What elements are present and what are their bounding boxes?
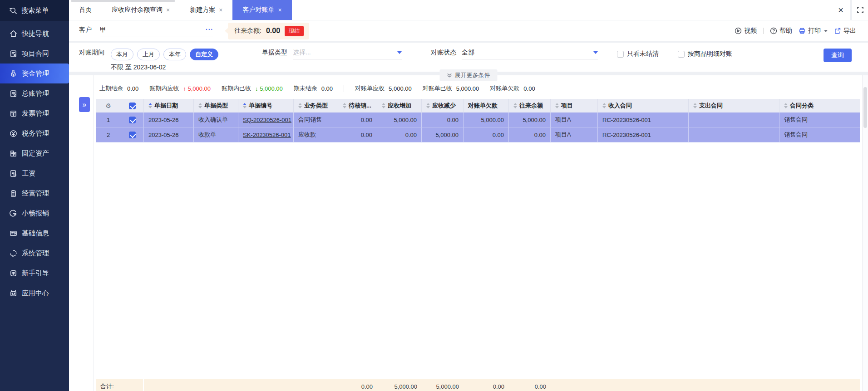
sort-icon[interactable]	[298, 103, 302, 108]
sidebar-item-base-info[interactable]: 基础信息	[0, 223, 69, 243]
print-button[interactable]: 打印	[799, 27, 828, 35]
expand-more-button[interactable]: 展开更多条件	[440, 69, 498, 81]
tab-home[interactable]: 首页	[69, 0, 102, 20]
up-arrow-icon	[183, 85, 186, 92]
sort-icon[interactable]	[555, 103, 559, 108]
select-all-cell[interactable]	[121, 99, 144, 112]
cell-balance: 5,000.00	[509, 112, 551, 127]
cell-receivable-dec: 0.00	[422, 112, 464, 127]
sort-icon[interactable]	[513, 103, 517, 108]
help-button[interactable]: 帮助	[770, 27, 792, 35]
checkbox-checked-icon[interactable]	[129, 103, 136, 109]
by-item-detail-checkbox[interactable]: 按商品明细对账	[678, 50, 732, 58]
sort-icon[interactable]	[198, 103, 202, 108]
chevron-down-icon	[397, 51, 402, 54]
sidebar-item-quick-nav[interactable]: 快捷导航	[0, 24, 69, 44]
doc-type-select[interactable]: 选择...	[293, 49, 402, 59]
sort-icon[interactable]	[382, 103, 385, 108]
sidebar-item-system[interactable]: 系统管理	[0, 243, 69, 263]
cell-receivable-inc: 0.00	[377, 127, 422, 142]
status-value: 全部	[462, 49, 474, 57]
sidebar-search-menu[interactable]: 搜索菜单	[0, 0, 69, 21]
sidebar-item-salary[interactable]: 工资	[0, 163, 69, 183]
cell-contract-category: 销售合同	[779, 112, 860, 127]
query-button[interactable]: 查询	[824, 49, 852, 62]
sidebar-item-funds[interactable]: 资金管理	[0, 64, 69, 83]
period-range-value[interactable]: 不限 至 2023-06-02	[111, 64, 218, 72]
double-chevron-down-icon	[447, 73, 452, 78]
sort-icon[interactable]	[784, 103, 788, 108]
doc-no-link[interactable]: SQ-20230526-001	[243, 117, 291, 123]
row-select-cell[interactable]	[121, 127, 144, 142]
tab-bar: 首页 应收应付余额查询 新建方案 客户对账单	[69, 0, 868, 20]
more-options-icon[interactable]	[206, 26, 213, 33]
export-button[interactable]: 导出	[834, 27, 856, 35]
video-button[interactable]: 视频	[735, 27, 757, 35]
balance-label: 往来余额:	[234, 27, 261, 35]
scrollbar-thumb[interactable]	[863, 87, 867, 128]
table-row[interactable]: 1 2023-05-26 收入确认单 SQ-20230526-001 合同销售 …	[96, 112, 860, 127]
customer-value: 甲	[100, 26, 106, 34]
invoice-icon	[9, 109, 17, 117]
col-balance[interactable]: 往来余额	[509, 99, 551, 112]
col-pending[interactable]: 待核销...	[338, 99, 377, 112]
only-unsettled-checkbox[interactable]: 只看未结清	[617, 50, 659, 58]
tab-new-plan[interactable]: 新建方案	[180, 0, 232, 20]
sort-icon[interactable]	[693, 103, 697, 108]
col-doc-type[interactable]: 单据类型	[194, 99, 238, 112]
sort-icon[interactable]	[602, 103, 606, 108]
col-statement-debt[interactable]: 对账单欠款	[464, 99, 509, 112]
sort-icon[interactable]	[343, 103, 346, 108]
period-last-month-pill[interactable]: 上月	[137, 49, 160, 60]
sort-asc-icon[interactable]	[243, 103, 247, 108]
column-settings-cell[interactable]	[96, 99, 121, 112]
sidebar-item-tax[interactable]: 税务管理	[0, 123, 69, 143]
sidebar-item-project-contract[interactable]: 项目合同	[0, 44, 69, 64]
close-tab-icon[interactable]	[278, 6, 281, 14]
fixed-assets-icon	[9, 149, 17, 157]
row-select-cell[interactable]	[121, 112, 144, 127]
close-tab-icon[interactable]	[219, 6, 222, 14]
sidebar-item-operations[interactable]: 经营管理	[0, 183, 69, 203]
sidebar-item-general-ledger[interactable]: 总账管理	[0, 83, 69, 103]
period-this-month-pill[interactable]: 本月	[111, 49, 133, 60]
col-doc-date[interactable]: 单据日期	[144, 99, 194, 112]
col-contract-category[interactable]: 合同分类	[779, 99, 860, 112]
status-select[interactable]: 全部	[462, 49, 598, 59]
col-receivable-inc[interactable]: 应收增加	[377, 99, 422, 112]
sidebar-item-app-center[interactable]: 应用中心	[0, 283, 69, 303]
fullscreen-button[interactable]	[850, 0, 868, 20]
tab-balance-query[interactable]: 应收应付余额查询	[102, 0, 180, 20]
sidebar-item-xiaochang-expense[interactable]: 小畅报销	[0, 203, 69, 223]
col-biz-type[interactable]: 业务类型	[294, 99, 338, 112]
checkbox-checked-icon[interactable]	[129, 132, 136, 138]
col-income-contract[interactable]: 收入合同	[598, 99, 689, 112]
col-expense-contract[interactable]: 支出合同	[689, 99, 779, 112]
sort-icon[interactable]	[426, 103, 430, 108]
down-arrow-icon	[255, 85, 258, 92]
filter-panel: 对账期间 本月 上月 本年 自定义 不限 至 2023-06-02 单据类型	[69, 43, 868, 72]
sidebar-item-fixed-assets[interactable]: 固定资产	[0, 143, 69, 163]
tab-customer-statement[interactable]: 客户对账单	[232, 0, 291, 20]
table-row[interactable]: 2 2023-05-26 收款单 SK-20230526-001 应收款 0.0…	[96, 127, 860, 142]
totals-row: 合计: 0.00 5,000.00 5,000.00 0.00 0.00	[96, 379, 860, 391]
doc-no-link[interactable]: SK-20230526-001	[243, 132, 291, 138]
close-tab-icon[interactable]	[166, 6, 170, 14]
customer-input[interactable]: 甲	[100, 26, 213, 36]
sidebar-item-beginner-guide[interactable]: 新手引导	[0, 263, 69, 283]
close-window-button[interactable]	[832, 0, 850, 20]
col-receivable-dec[interactable]: 应收减少	[422, 99, 464, 112]
totals-label: 合计:	[96, 379, 144, 391]
customer-field: 客户 甲	[79, 26, 213, 36]
expand-sidebar-panel-button[interactable]	[79, 97, 90, 112]
cell-expense-contract	[689, 112, 779, 127]
tab-scrollbar[interactable]	[71, 0, 175, 2]
sidebar-item-invoice[interactable]: 发票管理	[0, 103, 69, 123]
period-custom-pill[interactable]: 自定义	[190, 49, 218, 60]
col-doc-no[interactable]: 单据编号	[238, 99, 294, 112]
checkbox-checked-icon[interactable]	[129, 117, 136, 123]
period-this-year-pill[interactable]: 本年	[163, 49, 186, 60]
sort-asc-icon[interactable]	[148, 103, 152, 108]
col-project[interactable]: 项目	[551, 99, 598, 112]
vertical-scrollbar[interactable]	[862, 75, 868, 391]
